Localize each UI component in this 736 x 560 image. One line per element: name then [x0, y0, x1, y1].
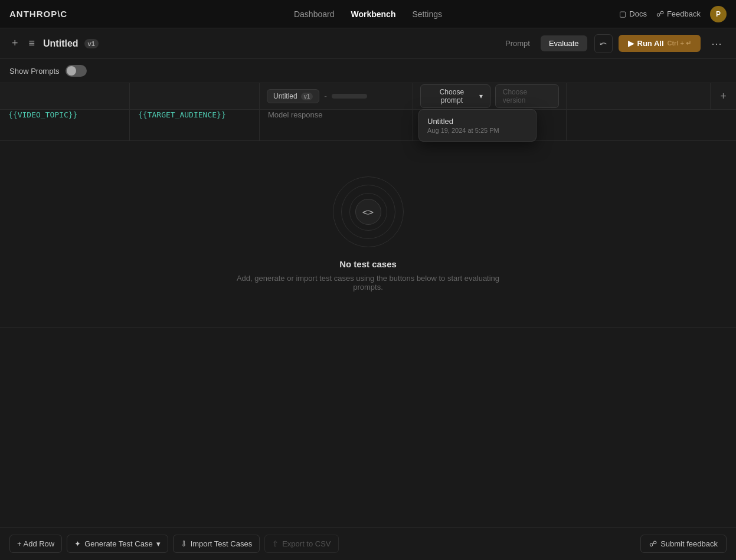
run-shortcut: Ctrl + ↵	[668, 40, 691, 47]
cell-target-audience[interactable]: {{TARGET_AUDIENCE}}	[130, 110, 260, 140]
run-all-button[interactable]: ▶ Run All Ctrl + ↵	[619, 35, 701, 52]
export-to-csv-button[interactable]: ⇧ Export to CSV	[264, 535, 338, 553]
generate-test-case-button[interactable]: ✦ Generate Test Case ▾	[67, 535, 168, 553]
empty-state: <> No test cases Add, generate or import…	[0, 141, 736, 328]
col-header-choose: Choose prompt ▾ Choose version	[413, 83, 567, 109]
prompt-version-badge: v1	[301, 93, 313, 100]
add-column-button[interactable]: +	[714, 88, 732, 105]
toolbar-tabs: Prompt Evaluate	[497, 35, 587, 51]
list-view-button[interactable]: ≡	[27, 35, 38, 52]
prompt-name-badge[interactable]: Untitled v1	[267, 89, 319, 103]
add-row-button[interactable]: + Add Row	[9, 535, 62, 553]
user-avatar[interactable]: P	[710, 6, 727, 22]
history-icon: ⤺	[600, 38, 607, 48]
col-header-rest	[567, 83, 710, 109]
col-header-2	[130, 83, 260, 109]
download-icon: ⇩	[181, 539, 187, 548]
toolbar-left: + ≡ Untitled v1	[9, 35, 490, 52]
dropdown-item-title: Untitled	[427, 117, 528, 126]
col-header-untitled: Untitled v1 -	[260, 83, 413, 109]
show-prompts-label: Show Prompts	[9, 67, 60, 76]
nav-right: ▢ Docs ☍ Feedback P	[619, 6, 727, 22]
list-icon: ≡	[29, 37, 35, 50]
feedback-icon-bottom: ☍	[649, 539, 657, 548]
brand-logo: ANTHROP\C	[9, 9, 67, 19]
code-icon: <>	[355, 199, 381, 225]
bottom-bar: + Add Row ✦ Generate Test Case ▾ ⇩ Impor…	[0, 527, 736, 560]
add-column-area: +	[710, 83, 736, 109]
cell-extra	[567, 110, 736, 140]
slider-pill[interactable]	[332, 94, 367, 99]
empty-description: Add, generate or import test cases using…	[233, 274, 504, 292]
nav-workbench[interactable]: Workbench	[351, 9, 395, 19]
version-badge: v1	[84, 39, 99, 48]
toolbar-right: ⤺ ▶ Run All Ctrl + ↵ ⋯	[594, 34, 727, 53]
tab-prompt[interactable]: Prompt	[497, 35, 538, 51]
more-icon: ⋯	[711, 38, 722, 50]
chevron-down-icon: ▾	[479, 92, 483, 100]
nav-settings[interactable]: Settings	[412, 9, 442, 19]
main-content: Untitled v1 - Choose prompt ▾ Choose ver…	[0, 83, 736, 557]
project-title: Untitled	[43, 38, 78, 49]
docs-icon: ▢	[619, 9, 626, 18]
sparkle-icon: ✦	[74, 539, 81, 548]
table-row: {{VIDEO_TOPIC}} {{TARGET_AUDIENCE}} Mode…	[0, 110, 736, 141]
choose-prompt-dropdown: Untitled Aug 19, 2024 at 5:25 PM	[418, 109, 537, 142]
top-navigation: ANTHROP\C Dashboard Workbench Settings ▢…	[0, 0, 736, 28]
import-test-cases-button[interactable]: ⇩ Import Test Cases	[173, 535, 260, 553]
tab-evaluate[interactable]: Evaluate	[541, 35, 587, 51]
plus-icon: +	[720, 90, 727, 102]
bottom-right: ☍ Submit feedback	[640, 535, 727, 553]
toggle-knob	[67, 66, 76, 76]
submit-feedback-button[interactable]: ☍ Submit feedback	[640, 535, 727, 553]
more-options-button[interactable]: ⋯	[706, 35, 727, 53]
empty-icon-circles: <>	[333, 176, 404, 247]
col-header-1	[0, 83, 130, 109]
nav-dashboard[interactable]: Dashboard	[294, 9, 335, 19]
feedback-link[interactable]: ☍ Feedback	[656, 9, 701, 18]
dropdown-item-untitled[interactable]: Untitled Aug 19, 2024 at 5:25 PM	[419, 110, 536, 141]
show-prompts-bar: Show Prompts	[0, 59, 736, 83]
docs-link[interactable]: ▢ Docs	[619, 9, 647, 18]
history-button[interactable]: ⤺	[594, 34, 613, 53]
plus-icon: +	[12, 37, 18, 50]
cell-video-topic[interactable]: {{VIDEO_TOPIC}}	[0, 110, 130, 140]
show-prompts-toggle[interactable]	[66, 65, 87, 77]
feedback-icon: ☍	[656, 9, 664, 18]
play-icon: ▶	[628, 39, 634, 48]
main-toolbar: + ≡ Untitled v1 Prompt Evaluate ⤺ ▶ Run …	[0, 28, 736, 59]
export-icon: ⇧	[272, 539, 279, 548]
dash-divider: -	[324, 91, 327, 101]
nav-links: Dashboard Workbench Settings	[294, 9, 442, 19]
new-item-button[interactable]: +	[9, 35, 21, 52]
empty-title: No test cases	[339, 259, 397, 269]
generate-chevron-icon: ▾	[156, 539, 161, 548]
choose-version-button: Choose version	[495, 84, 559, 108]
dropdown-item-date: Aug 19, 2024 at 5:25 PM	[427, 127, 528, 134]
cell-model-response-1: Model response	[260, 110, 413, 140]
choose-prompt-button[interactable]: Choose prompt ▾	[420, 84, 490, 108]
